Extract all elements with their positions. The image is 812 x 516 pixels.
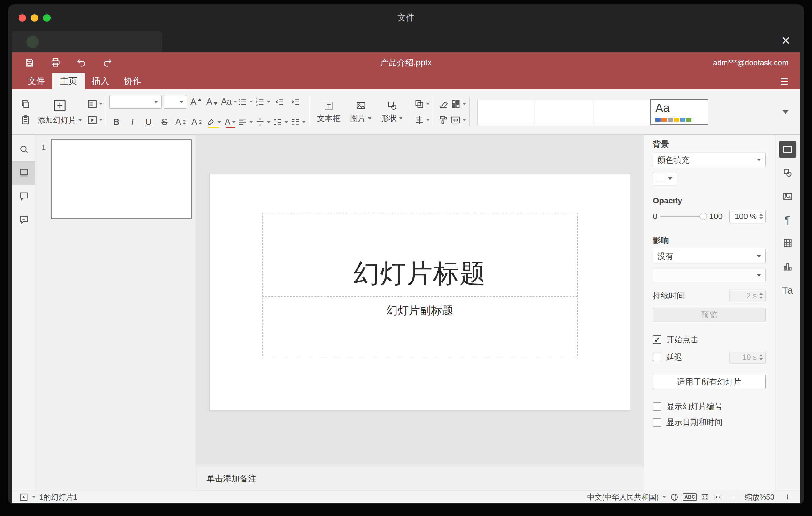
redo-button[interactable] xyxy=(101,56,114,69)
insert-shape-button[interactable]: 形状 xyxy=(376,91,408,133)
theme-slot-2[interactable] xyxy=(535,99,593,125)
vertical-align-button[interactable] xyxy=(255,114,270,130)
decrease-font-button[interactable]: A xyxy=(205,94,219,110)
font-name-select[interactable] xyxy=(109,95,162,109)
theme-slot-3[interactable] xyxy=(593,99,651,125)
align-shapes-button[interactable] xyxy=(414,112,430,128)
show-slide-number-checkbox[interactable] xyxy=(653,402,662,411)
zoom-in-button[interactable]: + xyxy=(782,491,793,503)
arrange-shapes-button[interactable] xyxy=(414,96,430,112)
superscript-button[interactable]: A2 xyxy=(173,114,187,130)
color-scheme-button[interactable] xyxy=(451,96,466,112)
effect-type-select[interactable] xyxy=(653,268,766,282)
decrease-indent-icon xyxy=(274,96,285,107)
start-on-click-checkbox[interactable]: ✓ xyxy=(653,336,662,344)
strikethrough-button[interactable]: S xyxy=(157,114,172,130)
divider xyxy=(106,97,106,127)
subtitle-placeholder[interactable]: 幻灯片副标题 xyxy=(262,297,578,356)
fit-width-button[interactable] xyxy=(713,492,723,502)
slider-knob[interactable] xyxy=(700,212,707,220)
canvas-column: 幻灯片标题 幻灯片副标题 单击添加备注 xyxy=(196,135,644,491)
tab-home[interactable]: 主页 xyxy=(53,73,85,89)
undo-icon xyxy=(76,57,87,68)
background-fill-select[interactable]: 颜色填充 xyxy=(653,153,766,167)
chevron-down-icon[interactable] xyxy=(32,496,36,498)
textart-settings-button[interactable]: Ta xyxy=(775,278,800,302)
slide-layout-button[interactable] xyxy=(87,96,103,112)
table-settings-button[interactable] xyxy=(775,231,800,255)
spinner-arrows[interactable] xyxy=(759,213,763,220)
subscript-button[interactable]: A2 xyxy=(190,114,204,130)
columns-button[interactable] xyxy=(290,114,306,130)
copy-button[interactable] xyxy=(19,96,33,112)
close-icon[interactable]: ✕ xyxy=(781,35,790,46)
opacity-slider[interactable] xyxy=(660,216,706,217)
gallery-expand-button[interactable] xyxy=(779,102,792,122)
window-title: 文件 xyxy=(8,4,804,31)
bullets-button[interactable] xyxy=(237,94,253,110)
highlight-color-button[interactable] xyxy=(205,114,221,130)
copy-style-button[interactable] xyxy=(436,112,451,128)
theme-gallery: Aa xyxy=(477,91,708,133)
language-label[interactable]: 中文(中华人民共和国) xyxy=(587,492,659,502)
underline-button[interactable]: U xyxy=(141,114,155,130)
start-slideshow-button[interactable] xyxy=(87,112,103,128)
apply-all-button[interactable]: 适用于所有幻灯片 xyxy=(653,375,766,389)
chat-button[interactable] xyxy=(12,208,35,231)
chevron-down-icon xyxy=(249,121,253,123)
columns-icon xyxy=(290,117,300,127)
start-slideshow-statusbar-button[interactable] xyxy=(19,492,28,502)
effect-select[interactable]: 没有 xyxy=(653,249,766,263)
numbering-button[interactable]: 123 xyxy=(255,94,270,110)
insert-image-button[interactable]: 图片 xyxy=(345,91,376,133)
opacity-spinner[interactable]: 100 % xyxy=(729,210,766,223)
shape-settings-button[interactable] xyxy=(775,161,800,184)
slide-settings-button[interactable] xyxy=(775,138,800,161)
notes-area[interactable]: 单击添加备注 xyxy=(196,466,644,491)
tab-collaboration[interactable]: 协作 xyxy=(117,73,149,89)
save-button[interactable] xyxy=(24,56,36,69)
decrease-indent-button[interactable] xyxy=(272,94,287,110)
insert-textbox-button[interactable]: 文本框 xyxy=(312,91,345,133)
slide-size-button[interactable] xyxy=(451,112,466,128)
comments-button[interactable] xyxy=(12,184,35,208)
bold-button[interactable]: B xyxy=(109,114,123,130)
show-date-time-checkbox[interactable] xyxy=(653,418,662,427)
menu-button[interactable] xyxy=(778,76,790,87)
theme-slot-1[interactable] xyxy=(477,99,535,125)
delay-checkbox[interactable] xyxy=(653,353,662,362)
background-color-picker[interactable] xyxy=(653,172,677,185)
increase-indent-button[interactable] xyxy=(288,94,303,110)
font-color-button[interactable]: A xyxy=(223,114,237,130)
zoom-out-button[interactable]: − xyxy=(726,491,737,503)
slide[interactable]: 幻灯片标题 幻灯片副标题 xyxy=(210,174,630,410)
set-language-button[interactable] xyxy=(670,492,679,502)
tab-insert[interactable]: 插入 xyxy=(85,73,117,89)
change-case-button[interactable]: Aa xyxy=(221,94,237,110)
chart-settings-button[interactable] xyxy=(775,255,800,278)
undo-button[interactable] xyxy=(75,56,88,69)
fit-slide-button[interactable] xyxy=(700,492,709,502)
print-button[interactable] xyxy=(49,56,62,69)
add-slide-button[interactable]: 添加幻灯片 xyxy=(33,91,87,133)
paragraph-settings-button[interactable]: ¶ xyxy=(775,208,800,231)
title-placeholder[interactable]: 幻灯片标题 xyxy=(262,212,578,297)
tab-file[interactable]: 文件 xyxy=(20,73,53,89)
image-settings-button[interactable] xyxy=(775,184,800,208)
line-spacing-button[interactable] xyxy=(272,114,288,130)
paste-button[interactable] xyxy=(19,112,33,128)
clear-style-button[interactable] xyxy=(436,96,451,112)
increase-font-button[interactable]: A xyxy=(189,94,203,110)
spellcheck-button[interactable]: ABC xyxy=(683,493,697,501)
horizontal-align-button[interactable] xyxy=(237,114,253,130)
theme-slot-selected[interactable]: Aa xyxy=(650,99,708,125)
globe-icon xyxy=(670,492,679,502)
print-icon xyxy=(50,57,61,68)
search-button[interactable] xyxy=(12,138,35,161)
zoom-level[interactable]: 缩放%53 xyxy=(741,492,778,502)
italic-button[interactable]: I xyxy=(125,114,140,130)
slide-thumbnail[interactable] xyxy=(51,140,192,219)
slides-panel-button[interactable] xyxy=(12,161,35,184)
textbox-label: 文本框 xyxy=(317,113,340,123)
font-size-select[interactable] xyxy=(164,95,187,109)
